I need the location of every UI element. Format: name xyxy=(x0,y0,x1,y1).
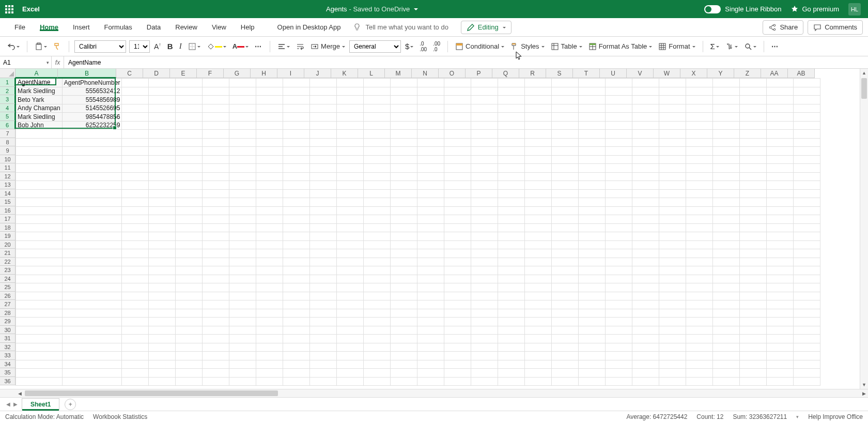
cell[interactable] xyxy=(713,198,740,207)
format-button[interactable]: Format xyxy=(656,40,697,53)
cell[interactable] xyxy=(471,249,498,258)
cell[interactable] xyxy=(498,266,525,275)
cell[interactable] xyxy=(767,343,794,352)
cell[interactable] xyxy=(579,326,606,335)
cell[interactable] xyxy=(471,189,498,198)
cell[interactable] xyxy=(525,292,552,300)
cell[interactable] xyxy=(659,352,686,360)
cell[interactable] xyxy=(229,360,256,369)
cell[interactable] xyxy=(686,206,713,215)
cell[interactable] xyxy=(203,189,229,198)
cell[interactable] xyxy=(606,121,632,130)
cell[interactable] xyxy=(471,130,498,139)
cell[interactable] xyxy=(391,318,417,326)
cell[interactable] xyxy=(713,96,740,104)
cell[interactable] xyxy=(686,292,713,300)
cell[interactable] xyxy=(606,335,632,343)
cell[interactable] xyxy=(364,138,391,147)
cell[interactable] xyxy=(391,79,417,87)
go-premium[interactable]: Go premium xyxy=(791,5,839,13)
cell[interactable] xyxy=(767,300,794,309)
cell[interactable] xyxy=(417,300,444,309)
cell[interactable] xyxy=(686,232,713,241)
cell[interactable] xyxy=(176,309,203,318)
cell[interactable] xyxy=(176,87,203,96)
chevron-down-icon[interactable]: ▾ xyxy=(796,414,799,419)
cell[interactable] xyxy=(337,369,364,378)
cell[interactable] xyxy=(176,240,203,249)
cell[interactable] xyxy=(229,352,256,360)
cell[interactable] xyxy=(391,181,417,190)
cell[interactable] xyxy=(283,343,310,352)
increase-font-button[interactable]: A↑ xyxy=(152,40,163,53)
cell[interactable] xyxy=(686,335,713,343)
cell[interactable] xyxy=(16,164,63,173)
cell[interactable] xyxy=(283,138,310,147)
cell[interactable] xyxy=(149,223,176,232)
cell[interactable] xyxy=(498,377,525,386)
cell[interactable] xyxy=(579,96,606,104)
cell[interactable] xyxy=(417,215,444,224)
cell[interactable] xyxy=(632,130,659,139)
cell[interactable] xyxy=(579,335,606,343)
cell[interactable] xyxy=(525,360,552,369)
row-header[interactable]: 8 xyxy=(0,138,16,147)
cell[interactable] xyxy=(498,232,525,241)
add-sheet-button[interactable]: + xyxy=(65,399,76,410)
cell[interactable] xyxy=(283,283,310,292)
cell[interactable] xyxy=(606,155,632,164)
cell[interactable] xyxy=(525,300,552,309)
cell[interactable] xyxy=(122,326,149,335)
cell[interactable] xyxy=(767,121,794,130)
cell[interactable] xyxy=(203,104,229,113)
cell[interactable] xyxy=(686,181,713,190)
cell[interactable] xyxy=(686,104,713,113)
cell[interactable] xyxy=(444,96,471,104)
cell[interactable] xyxy=(203,292,229,300)
cell[interactable] xyxy=(659,292,686,300)
cell[interactable] xyxy=(149,172,176,181)
row-header[interactable]: 10 xyxy=(0,155,16,164)
cell[interactable] xyxy=(686,377,713,386)
cell[interactable] xyxy=(256,377,283,386)
cell[interactable] xyxy=(713,113,740,122)
cell[interactable] xyxy=(552,138,579,147)
cell[interactable] xyxy=(632,172,659,181)
cell[interactable] xyxy=(256,215,283,224)
cell[interactable] xyxy=(767,155,794,164)
cell[interactable] xyxy=(686,352,713,360)
cell[interactable] xyxy=(552,172,579,181)
cell[interactable] xyxy=(176,121,203,130)
cell[interactable] xyxy=(62,232,122,241)
cell[interactable] xyxy=(606,249,632,258)
cell[interactable] xyxy=(364,300,391,309)
cell[interactable] xyxy=(525,189,552,198)
cell[interactable] xyxy=(310,258,337,266)
cell[interactable] xyxy=(686,249,713,258)
cell[interactable] xyxy=(203,223,229,232)
cell[interactable] xyxy=(471,164,498,173)
cell[interactable] xyxy=(498,164,525,173)
cell[interactable] xyxy=(767,223,794,232)
cell[interactable] xyxy=(417,240,444,249)
column-header[interactable]: A xyxy=(16,69,58,78)
cell[interactable] xyxy=(417,155,444,164)
cell[interactable] xyxy=(391,96,417,104)
cell[interactable] xyxy=(767,377,794,386)
cell[interactable] xyxy=(176,79,203,87)
cell[interactable] xyxy=(62,309,122,318)
cell[interactable] xyxy=(659,87,686,96)
cell[interactable] xyxy=(391,377,417,386)
cell[interactable] xyxy=(444,113,471,122)
cell[interactable] xyxy=(552,155,579,164)
hscroll-thumb[interactable] xyxy=(25,390,278,396)
cell[interactable] xyxy=(740,96,767,104)
cell[interactable] xyxy=(176,130,203,139)
cell[interactable] xyxy=(149,164,176,173)
cell[interactable] xyxy=(417,352,444,360)
cell[interactable] xyxy=(364,96,391,104)
cell[interactable] xyxy=(149,181,176,190)
cell[interactable] xyxy=(391,138,417,147)
cell[interactable] xyxy=(794,292,820,300)
cell[interactable] xyxy=(659,232,686,241)
